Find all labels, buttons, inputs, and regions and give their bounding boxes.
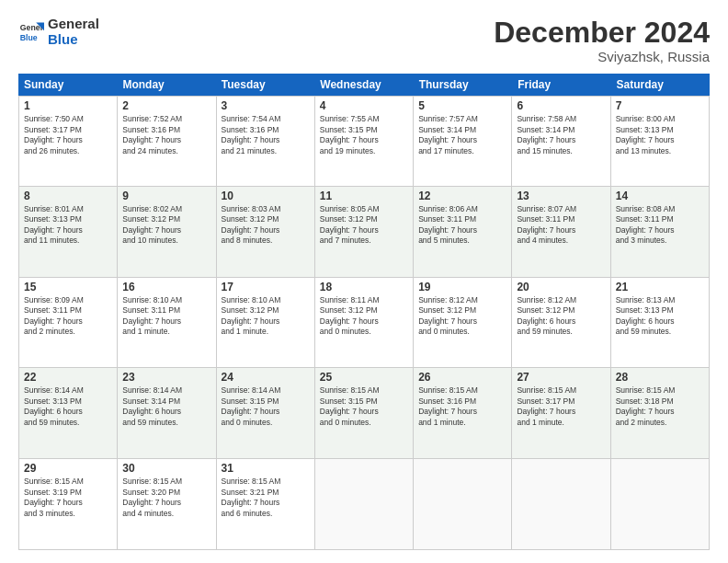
svg-text:Blue: Blue [20, 32, 38, 41]
day-17: 17 Sunrise: 8:10 AMSunset: 3:12 PMDaylig… [217, 278, 315, 369]
logo-blue: Blue [48, 32, 99, 48]
calendar-header: Sunday Monday Tuesday Wednesday Thursday… [18, 74, 710, 96]
day-24: 24 Sunrise: 8:14 AMSunset: 3:15 PMDaylig… [217, 368, 315, 459]
day-14: 14 Sunrise: 8:08 AMSunset: 3:11 PMDaylig… [611, 187, 710, 278]
day-26: 26 Sunrise: 8:15 AMSunset: 3:16 PMDaylig… [414, 368, 512, 459]
day-11: 11 Sunrise: 8:05 AMSunset: 3:12 PMDaylig… [315, 187, 414, 278]
day-8: 8 Sunrise: 8:01 AMSunset: 3:13 PMDayligh… [19, 187, 118, 278]
header-sunday: Sunday [18, 74, 117, 96]
logo-general: General [48, 17, 99, 32]
day-7: 7 Sunrise: 8:00 AMSunset: 3:13 PMDayligh… [611, 96, 710, 187]
calendar: Sunday Monday Tuesday Wednesday Thursday… [18, 74, 710, 550]
day-2: 2 Sunrise: 7:52 AMSunset: 3:16 PMDayligh… [118, 96, 216, 187]
day-28: 28 Sunrise: 8:15 AMSunset: 3:18 PMDaylig… [611, 368, 710, 459]
header-monday: Monday [117, 74, 215, 96]
day-25: 25 Sunrise: 8:15 AMSunset: 3:15 PMDaylig… [315, 368, 414, 459]
header-saturday: Saturday [611, 74, 710, 96]
day-21: 21 Sunrise: 8:13 AMSunset: 3:13 PMDaylig… [611, 278, 710, 369]
week-row-4: 22 Sunrise: 8:14 AMSunset: 3:13 PMDaylig… [18, 368, 710, 459]
week-row-1: 1 Sunrise: 7:50 AMSunset: 3:17 PMDayligh… [18, 96, 710, 187]
location-subtitle: Sviyazhsk, Russia [494, 49, 710, 64]
day-30: 30 Sunrise: 8:15 AMSunset: 3:20 PMDaylig… [118, 459, 216, 550]
day-27: 27 Sunrise: 8:15 AMSunset: 3:17 PMDaylig… [512, 368, 610, 459]
logo: General Blue General Blue [18, 17, 99, 47]
day-1: 1 Sunrise: 7:50 AMSunset: 3:17 PMDayligh… [19, 96, 118, 187]
day-31: 31 Sunrise: 8:15 AMSunset: 3:21 PMDaylig… [217, 459, 315, 550]
page: General Blue General Blue December 2024 … [0, 0, 728, 563]
week-row-3: 15 Sunrise: 8:09 AMSunset: 3:11 PMDaylig… [18, 278, 710, 369]
day-empty-4 [611, 459, 710, 550]
header-thursday: Thursday [414, 74, 512, 96]
day-15: 15 Sunrise: 8:09 AMSunset: 3:11 PMDaylig… [19, 278, 118, 369]
header-tuesday: Tuesday [216, 74, 314, 96]
day-20: 20 Sunrise: 8:12 AMSunset: 3:12 PMDaylig… [512, 278, 610, 369]
day-9: 9 Sunrise: 8:02 AMSunset: 3:12 PMDayligh… [118, 187, 216, 278]
header: General Blue General Blue December 2024 … [18, 17, 710, 64]
day-13: 13 Sunrise: 8:07 AMSunset: 3:11 PMDaylig… [512, 187, 610, 278]
day-6: 6 Sunrise: 7:58 AMSunset: 3:14 PMDayligh… [512, 96, 610, 187]
day-empty-1 [315, 459, 414, 550]
month-title: December 2024 [494, 17, 710, 49]
calendar-body: 1 Sunrise: 7:50 AMSunset: 3:17 PMDayligh… [18, 96, 710, 550]
day-29: 29 Sunrise: 8:15 AMSunset: 3:19 PMDaylig… [19, 459, 118, 550]
day-12: 12 Sunrise: 8:06 AMSunset: 3:11 PMDaylig… [414, 187, 512, 278]
day-empty-3 [512, 459, 610, 550]
day-empty-2 [414, 459, 512, 550]
header-wednesday: Wednesday [314, 74, 413, 96]
day-3: 3 Sunrise: 7:54 AMSunset: 3:16 PMDayligh… [217, 96, 315, 187]
logo-icon: General Blue [18, 19, 44, 45]
day-5: 5 Sunrise: 7:57 AMSunset: 3:14 PMDayligh… [414, 96, 512, 187]
day-4: 4 Sunrise: 7:55 AMSunset: 3:15 PMDayligh… [315, 96, 414, 187]
day-18: 18 Sunrise: 8:11 AMSunset: 3:12 PMDaylig… [315, 278, 414, 369]
day-22: 22 Sunrise: 8:14 AMSunset: 3:13 PMDaylig… [19, 368, 118, 459]
week-row-2: 8 Sunrise: 8:01 AMSunset: 3:13 PMDayligh… [18, 187, 710, 278]
day-19: 19 Sunrise: 8:12 AMSunset: 3:12 PMDaylig… [414, 278, 512, 369]
header-friday: Friday [512, 74, 610, 96]
day-10: 10 Sunrise: 8:03 AMSunset: 3:12 PMDaylig… [217, 187, 315, 278]
title-block: December 2024 Sviyazhsk, Russia [494, 17, 710, 64]
day-16: 16 Sunrise: 8:10 AMSunset: 3:11 PMDaylig… [118, 278, 216, 369]
day-23: 23 Sunrise: 8:14 AMSunset: 3:14 PMDaylig… [118, 368, 216, 459]
week-row-5: 29 Sunrise: 8:15 AMSunset: 3:19 PMDaylig… [18, 459, 710, 550]
